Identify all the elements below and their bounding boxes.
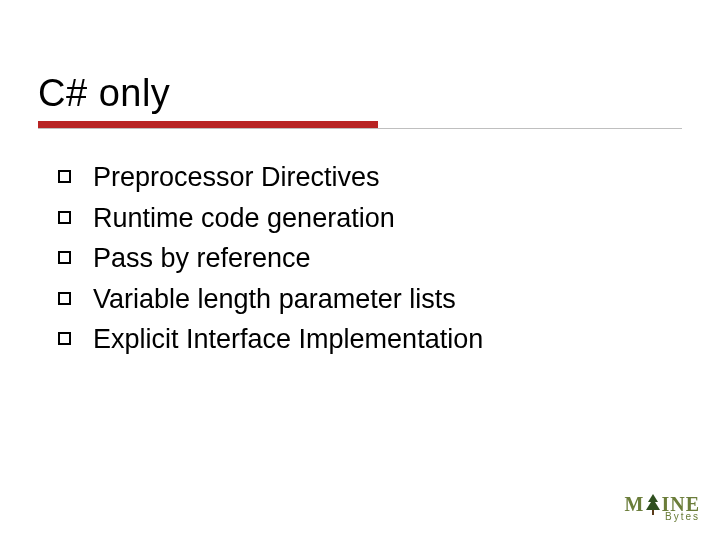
square-bullet-icon [58, 211, 71, 224]
list-item-label: Pass by reference [93, 241, 311, 276]
square-bullet-icon [58, 292, 71, 305]
pine-tree-icon [646, 494, 660, 516]
list-item: Variable length parameter lists [58, 282, 678, 317]
list-item: Runtime code generation [58, 201, 678, 236]
svg-marker-0 [646, 494, 660, 510]
square-bullet-icon [58, 332, 71, 345]
svg-rect-1 [652, 510, 654, 515]
list-item: Pass by reference [58, 241, 678, 276]
slide: C# only Preprocessor Directives Runtime … [0, 0, 720, 540]
title-underline [38, 121, 682, 131]
list-item-label: Explicit Interface Implementation [93, 322, 483, 357]
bullet-list: Preprocessor Directives Runtime code gen… [58, 160, 678, 363]
slide-title: C# only [38, 72, 682, 115]
list-item-label: Runtime code generation [93, 201, 395, 236]
square-bullet-icon [58, 251, 71, 264]
logo-letter-m: M [625, 494, 645, 514]
list-item: Preprocessor Directives [58, 160, 678, 195]
underline-accent [38, 121, 378, 128]
title-block: C# only [38, 72, 682, 131]
list-item: Explicit Interface Implementation [58, 322, 678, 357]
list-item-label: Preprocessor Directives [93, 160, 380, 195]
list-item-label: Variable length parameter lists [93, 282, 456, 317]
square-bullet-icon [58, 170, 71, 183]
underline-rule [38, 128, 682, 129]
footer-logo: M INE Bytes [625, 494, 700, 522]
